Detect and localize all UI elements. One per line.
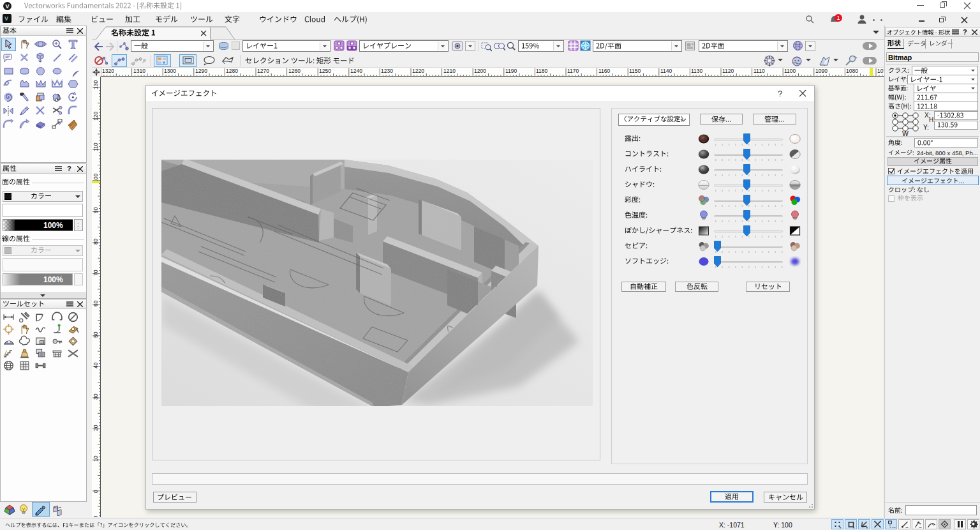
svg-text:1300: 1300 xyxy=(164,68,176,74)
svg-text:110: 110 xyxy=(93,142,99,151)
svg-text:10: 10 xyxy=(93,455,99,462)
svg-text:1080: 1080 xyxy=(846,68,858,74)
svg-text:1250: 1250 xyxy=(319,68,331,74)
svg-text:1140: 1140 xyxy=(660,68,672,74)
svg-text:-10: -10 xyxy=(93,515,99,517)
svg-text:1260: 1260 xyxy=(288,68,301,74)
svg-text:1220: 1220 xyxy=(412,68,424,74)
svg-text:0: 0 xyxy=(93,490,99,493)
svg-text:60: 60 xyxy=(93,300,99,307)
svg-text:1070: 1070 xyxy=(877,68,884,74)
svg-text:1160: 1160 xyxy=(598,68,611,74)
svg-text:1200: 1200 xyxy=(474,68,486,74)
svg-text:1310: 1310 xyxy=(133,68,145,74)
svg-text:1270: 1270 xyxy=(257,68,269,74)
svg-text:90: 90 xyxy=(93,207,99,213)
svg-text:1150: 1150 xyxy=(629,68,641,74)
svg-text:80: 80 xyxy=(93,238,99,245)
svg-text:1180: 1180 xyxy=(536,68,548,74)
svg-text:1230: 1230 xyxy=(381,68,393,74)
svg-text:70: 70 xyxy=(93,269,99,276)
svg-text:1120: 1120 xyxy=(722,68,734,74)
svg-text:1: 1 xyxy=(836,15,840,21)
svg-text:1290: 1290 xyxy=(195,68,207,74)
svg-text:1110: 1110 xyxy=(754,68,765,74)
svg-text:120: 120 xyxy=(93,112,99,121)
svg-text:1240: 1240 xyxy=(350,68,362,74)
svg-text:1170: 1170 xyxy=(567,68,579,74)
svg-text:1090: 1090 xyxy=(815,68,828,74)
svg-text:1320: 1320 xyxy=(102,68,114,74)
svg-text:40: 40 xyxy=(93,362,99,368)
svg-text:1130: 1130 xyxy=(691,68,703,74)
svg-text:1190: 1190 xyxy=(505,68,517,74)
svg-text:1280: 1280 xyxy=(226,68,238,74)
svg-text:130: 130 xyxy=(93,80,99,89)
svg-text:50: 50 xyxy=(93,331,99,338)
svg-text:1100: 1100 xyxy=(784,68,796,74)
svg-text:1210: 1210 xyxy=(443,68,456,74)
svg-text:30: 30 xyxy=(93,393,99,400)
svg-text:20: 20 xyxy=(93,425,99,431)
